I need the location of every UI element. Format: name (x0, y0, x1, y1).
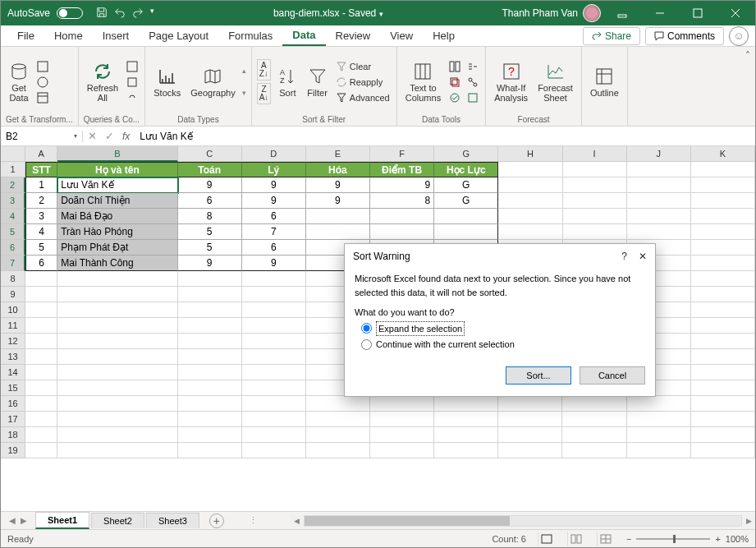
whatif-button[interactable]: ? What-If Analysis (491, 60, 531, 104)
cell-D4[interactable]: 6 (242, 209, 306, 224)
row-header-5[interactable]: 5 (1, 224, 25, 240)
minimize-icon[interactable] (644, 1, 676, 25)
cell-B13[interactable] (57, 349, 177, 365)
share-button[interactable]: Share (583, 27, 640, 45)
cell-E17[interactable] (306, 412, 370, 427)
cell-E5[interactable] (306, 224, 370, 240)
cell-H17[interactable] (498, 412, 562, 427)
cell-D11[interactable] (242, 318, 306, 334)
col-header-B[interactable]: B (57, 146, 178, 162)
cell-B17[interactable] (57, 412, 177, 427)
cell-E16[interactable] (306, 396, 370, 412)
cell-K2[interactable] (691, 177, 755, 193)
tab-pagelayout[interactable]: Page Layout (139, 26, 218, 45)
cell-A4[interactable]: 3 (25, 209, 57, 224)
row-header-15[interactable]: 15 (1, 380, 25, 396)
cell-F1[interactable]: Điểm TB (370, 162, 434, 177)
help-icon[interactable]: ☺ (729, 26, 749, 46)
cell-K14[interactable] (691, 365, 755, 380)
row-header-4[interactable]: 4 (1, 209, 25, 224)
row-header-11[interactable]: 11 (1, 318, 25, 334)
cell-K11[interactable] (691, 318, 755, 334)
geography-button[interactable]: Geography (187, 65, 238, 99)
close-icon[interactable] (719, 1, 752, 25)
cell-C1[interactable]: Toán (178, 162, 242, 177)
cell-J1[interactable] (627, 162, 691, 177)
scroll-right-icon[interactable]: ▶ (742, 517, 755, 525)
cell-B19[interactable] (57, 443, 177, 458)
tab-view[interactable]: View (380, 26, 423, 45)
cell-D1[interactable]: Lý (242, 162, 306, 177)
dialog-close-icon[interactable]: ✕ (639, 251, 647, 262)
cell-F4[interactable] (370, 209, 434, 224)
cell-E19[interactable] (306, 443, 370, 458)
row-header-9[interactable]: 9 (1, 287, 25, 302)
cell-C14[interactable] (178, 365, 242, 380)
datatypes-down-icon[interactable]: ▾ (242, 89, 246, 97)
cell-B4[interactable]: Mai Bá Đạo (57, 209, 177, 224)
col-header-H[interactable]: H (498, 146, 562, 162)
cell-D8[interactable] (242, 271, 306, 287)
cell-K19[interactable] (691, 443, 755, 458)
cell-C12[interactable] (178, 334, 242, 349)
forecast-sheet-button[interactable]: Forecast Sheet (534, 60, 576, 104)
row-header-12[interactable]: 12 (1, 334, 25, 349)
cell-G16[interactable] (434, 396, 498, 412)
cell-I16[interactable] (562, 396, 626, 412)
edit-links-button[interactable] (125, 91, 140, 104)
save-icon[interactable] (96, 7, 108, 21)
row-header-13[interactable]: 13 (1, 349, 25, 365)
cell-E3[interactable]: 9 (306, 193, 370, 209)
sheet-prev-icon[interactable]: ◀ (9, 516, 16, 525)
zoom-out-icon[interactable]: − (626, 534, 631, 544)
cell-A13[interactable] (25, 349, 57, 365)
sort-za-button[interactable]: ZA↓ (257, 83, 272, 104)
from-web-button[interactable] (35, 76, 50, 89)
cell-J5[interactable] (627, 224, 691, 240)
col-header-G[interactable]: G (434, 146, 498, 162)
cell-B7[interactable]: Mai Thành Công (57, 256, 177, 271)
sheet-tab-2[interactable]: Sheet2 (91, 513, 144, 528)
cell-E18[interactable] (306, 427, 370, 443)
cell-K12[interactable] (691, 334, 755, 349)
relationships-button[interactable] (465, 76, 480, 89)
col-header-E[interactable]: E (306, 146, 370, 162)
cell-F18[interactable] (370, 427, 434, 443)
namebox-dropdown-icon[interactable]: ▾ (74, 132, 77, 140)
cell-B12[interactable] (57, 334, 177, 349)
cell-K3[interactable] (691, 193, 755, 209)
row-header-6[interactable]: 6 (1, 240, 25, 256)
consolidate-button[interactable] (465, 60, 480, 73)
cell-C6[interactable]: 5 (178, 240, 242, 256)
cell-J2[interactable] (627, 177, 691, 193)
cell-F16[interactable] (370, 396, 434, 412)
cell-B6[interactable]: Phạm Phát Đạt (57, 240, 177, 256)
tab-review[interactable]: Review (326, 26, 381, 45)
cell-E4[interactable] (306, 209, 370, 224)
cell-B16[interactable] (57, 396, 177, 412)
row-header-18[interactable]: 18 (1, 427, 25, 443)
zoom-level[interactable]: 100% (726, 534, 749, 544)
cell-B2[interactable]: Lưu Văn Kế (57, 177, 177, 193)
col-header-D[interactable]: D (242, 146, 306, 162)
cell-C10[interactable] (178, 302, 242, 318)
cell-F19[interactable] (370, 443, 434, 458)
cell-D3[interactable]: 9 (242, 193, 306, 209)
tab-insert[interactable]: Insert (93, 26, 140, 45)
cell-A7[interactable]: 6 (25, 256, 57, 271)
cell-A6[interactable]: 5 (25, 240, 57, 256)
tab-home[interactable]: Home (44, 26, 93, 45)
sheet-tab-3[interactable]: Sheet3 (146, 513, 199, 528)
cell-D9[interactable] (242, 287, 306, 302)
cell-G3[interactable]: G (434, 193, 498, 209)
col-header-F[interactable]: F (370, 146, 434, 162)
cell-D13[interactable] (242, 349, 306, 365)
cell-C18[interactable] (178, 427, 242, 443)
filter-button[interactable]: Filter (304, 65, 330, 99)
cell-I1[interactable] (563, 162, 627, 177)
cell-F3[interactable]: 8 (370, 193, 434, 209)
cell-D5[interactable]: 7 (242, 224, 306, 240)
cell-A17[interactable] (25, 412, 57, 427)
cell-E1[interactable]: Hóa (306, 162, 370, 177)
cell-F17[interactable] (370, 412, 434, 427)
